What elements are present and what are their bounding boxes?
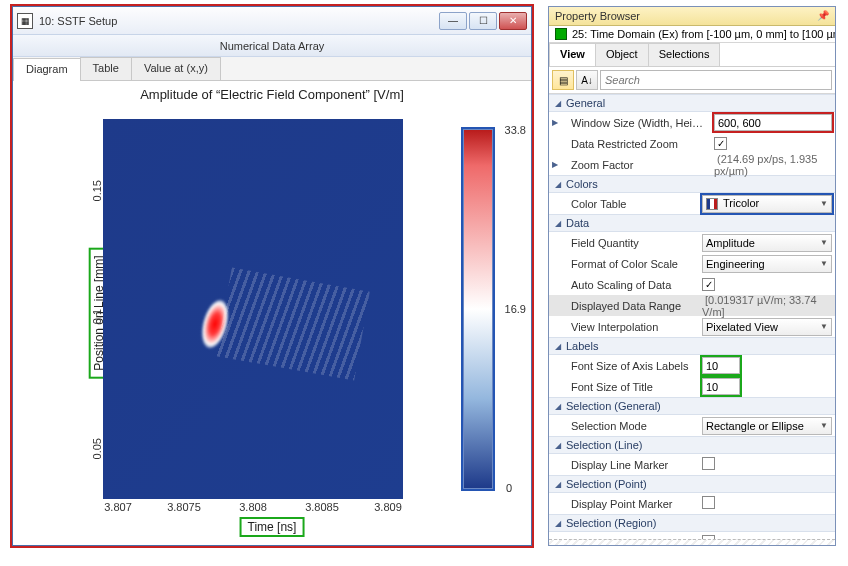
group-label: Data (566, 217, 589, 229)
view-interpolation-select[interactable]: Pixelated View▼ (702, 318, 832, 336)
group-general[interactable]: ◢General (549, 94, 835, 112)
chevron-down-icon: ▼ (820, 238, 828, 247)
window-titlebar[interactable]: ▦ 10: SSTF Setup — ☐ ✕ (13, 7, 531, 35)
sort-az-icon[interactable]: A↓ (576, 70, 598, 90)
row-view-interpolation: View Interpolation Pixelated View▼ (549, 316, 835, 337)
tab-table[interactable]: Table (80, 57, 132, 80)
group-selection-point[interactable]: ◢Selection (Point) (549, 475, 835, 493)
tab-selections[interactable]: Selections (648, 43, 721, 66)
row-show-rect: Show Rectangle or Ellipse... (549, 532, 835, 539)
group-selection-line[interactable]: ◢Selection (Line) (549, 436, 835, 454)
data-restricted-zoom-checkbox[interactable]: ✓ (714, 137, 727, 150)
prop-label: Auto Scaling of Data (549, 277, 699, 293)
x-tick: 3.807 (104, 501, 132, 513)
property-browser-title[interactable]: Property Browser 📌 (549, 7, 835, 26)
group-data[interactable]: ◢Data (549, 214, 835, 232)
group-label: Selection (General) (566, 400, 661, 412)
prop-label: Color Table (549, 196, 699, 212)
minimize-button[interactable]: — (439, 12, 467, 30)
row-zoom-factor: ▶ Zoom Factor (214.69 px/ps, 1.935 px/µm… (549, 154, 835, 175)
field-quantity-select[interactable]: Amplitude▼ (702, 234, 832, 252)
prop-label: Zoom Factor (561, 157, 711, 173)
chevron-down-icon: ◢ (555, 519, 561, 528)
property-browser: Property Browser 📌 25: Time Domain (Ex) … (548, 6, 836, 546)
group-label: Selection (Line) (566, 439, 642, 451)
chevron-down-icon: ◢ (555, 219, 561, 228)
view-tabs: Diagram Table Value at (x,y) (13, 57, 531, 81)
pin-icon[interactable]: 📌 (817, 10, 829, 22)
maximize-button[interactable]: ☐ (469, 12, 497, 30)
displayed-range-value: [0.019317 µV/m; 33.74 V/m] (702, 294, 817, 318)
tab-object[interactable]: Object (595, 43, 649, 66)
x-tick: 3.808 (239, 501, 267, 513)
group-label: Labels (566, 340, 598, 352)
group-labels[interactable]: ◢Labels (549, 337, 835, 355)
expand-icon[interactable]: ▶ (549, 118, 561, 127)
chevron-down-icon: ▼ (820, 421, 828, 430)
prop-label: Window Size (Width, Height) (561, 115, 711, 131)
group-colors[interactable]: ◢Colors (549, 175, 835, 193)
chevron-down-icon: ▼ (820, 259, 828, 268)
colorbar: 33.8 16.9 0 (463, 129, 493, 489)
zoom-factor-value: (214.69 px/ps, 1.935 px/µm) (714, 153, 817, 177)
tricolor-chip-icon (706, 198, 718, 210)
row-field-quantity: Field Quantity Amplitude▼ (549, 232, 835, 253)
row-displayed-range: Displayed Data Range [0.019317 µV/m; 33.… (549, 295, 835, 316)
selection-mode-select[interactable]: Rectangle or Ellipse▼ (702, 417, 832, 435)
title-font-input[interactable] (702, 378, 740, 395)
tab-value-at-xy[interactable]: Value at (x,y) (131, 57, 221, 80)
auto-scaling-checkbox[interactable]: ✓ (702, 278, 715, 291)
colorbar-max: 33.8 (505, 124, 526, 136)
point-marker-checkbox[interactable] (702, 496, 715, 509)
tab-view[interactable]: View (549, 43, 596, 66)
prop-label: Selection Mode (549, 418, 699, 434)
row-title-font: Font Size of Title (549, 376, 835, 397)
window-subtitle: Numerical Data Array (13, 35, 531, 57)
y-tick: 0.05 (91, 438, 103, 459)
chevron-down-icon: ▼ (820, 322, 828, 331)
prop-label: Font Size of Axis Labels (549, 358, 699, 374)
color-table-select[interactable]: Tricolor▼ (702, 195, 832, 213)
tab-diagram[interactable]: Diagram (13, 58, 81, 81)
context-text: 25: Time Domain (Ex) from [-100 µm, 0 mm… (572, 28, 835, 40)
group-selection-region[interactable]: ◢Selection (Region) (549, 514, 835, 532)
app-icon: ▦ (17, 13, 33, 29)
x-axis-label: Time [ns] (240, 517, 305, 537)
chevron-down-icon: ◢ (555, 480, 561, 489)
chevron-down-icon: ◢ (555, 180, 561, 189)
chevron-down-icon: ◢ (555, 99, 561, 108)
row-format-color-scale: Format of Color Scale Engineering▼ (549, 253, 835, 274)
group-selection-general[interactable]: ◢Selection (General) (549, 397, 835, 415)
window-size-input[interactable] (714, 114, 832, 131)
row-line-marker: Display Line Marker (549, 454, 835, 475)
axis-font-input[interactable] (702, 357, 740, 374)
categorize-icon[interactable]: ▤ (552, 70, 574, 90)
property-grid: ◢General ▶ Window Size (Width, Height) D… (549, 94, 835, 539)
line-marker-checkbox[interactable] (702, 457, 715, 470)
prop-label: Data Restricted Zoom (561, 136, 711, 152)
group-label: General (566, 97, 605, 109)
heatmap-plot[interactable] (103, 119, 403, 499)
row-point-marker: Display Point Marker (549, 493, 835, 514)
chevron-down-icon: ▼ (820, 199, 828, 208)
group-label: Selection (Point) (566, 478, 647, 490)
chevron-down-icon: ◢ (555, 441, 561, 450)
chart-title: Amplitude of “Electric Field Component” … (13, 87, 531, 102)
context-row[interactable]: 25: Time Domain (Ex) from [-100 µm, 0 mm… (549, 26, 835, 43)
x-tick: 3.8075 (167, 501, 201, 513)
expand-icon[interactable]: ▶ (549, 160, 561, 169)
property-tabs: View Object Selections (549, 43, 835, 67)
x-tick: 3.8085 (305, 501, 339, 513)
format-color-scale-select[interactable]: Engineering▼ (702, 255, 832, 273)
y-axis-ticks: 0.15 0.1 0.05 (71, 119, 101, 499)
row-window-size: ▶ Window Size (Width, Height) (549, 112, 835, 133)
prop-label: View Interpolation (549, 319, 699, 335)
torn-edge (549, 539, 835, 545)
sstf-setup-window: ▦ 10: SSTF Setup — ☐ ✕ Numerical Data Ar… (12, 6, 532, 546)
chevron-down-icon: ◢ (555, 402, 561, 411)
group-label: Colors (566, 178, 598, 190)
row-color-table: Color Table Tricolor▼ (549, 193, 835, 214)
search-input[interactable] (600, 70, 832, 90)
colorbar-min: 0 (506, 482, 512, 494)
close-button[interactable]: ✕ (499, 12, 527, 30)
